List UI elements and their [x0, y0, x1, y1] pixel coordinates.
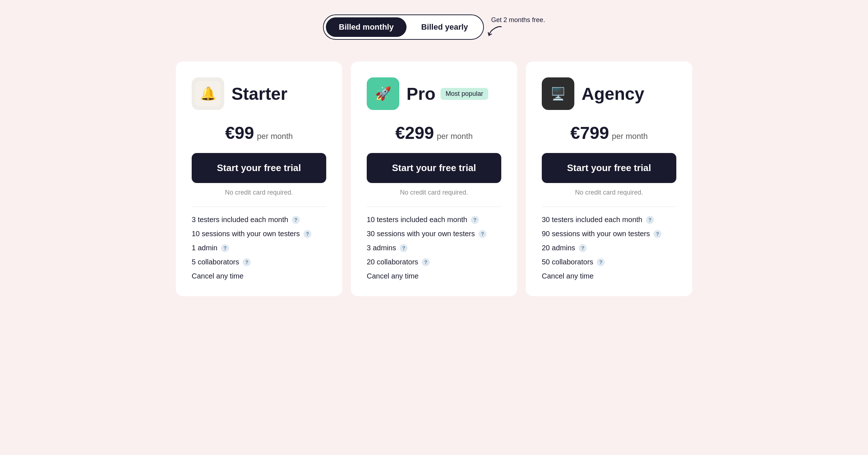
features-list: 30 testers included each month ? 90 sess… [542, 216, 676, 280]
feature-item: 10 testers included each month ? [367, 216, 501, 224]
billing-yearly-button[interactable]: Billed yearly [408, 17, 481, 37]
feature-item: Cancel any time [192, 272, 326, 280]
feature-item: 5 collaborators ? [192, 258, 326, 266]
help-icon[interactable]: ? [579, 244, 587, 252]
feature-item: 20 collaborators ? [367, 258, 501, 266]
plan-card-starter: 🔔 Starter €99 per month Start your free … [176, 61, 342, 296]
help-icon[interactable]: ? [478, 230, 486, 238]
help-icon[interactable]: ? [303, 230, 311, 238]
feature-item: Cancel any time [542, 272, 676, 280]
plan-price: €799 per month [542, 123, 676, 143]
feature-text: 90 sessions with your own testers [542, 230, 650, 238]
plan-icon-starter: 🔔 [192, 77, 224, 110]
plan-card-pro: 🚀 Pro Most popular €299 per month Start … [351, 61, 517, 296]
cancel-note: Cancel any time [542, 272, 593, 280]
feature-item: 90 sessions with your own testers ? [542, 230, 676, 238]
divider [367, 207, 501, 207]
no-cc-text: No credit card required. [192, 189, 326, 196]
feature-item: 3 testers included each month ? [192, 216, 326, 224]
plan-price: €299 per month [367, 123, 501, 143]
feature-item: 50 collaborators ? [542, 258, 676, 266]
plan-icon-agency: 🖥️ [542, 77, 574, 110]
price-period: per month [257, 132, 293, 141]
feature-text: 20 collaborators [367, 258, 418, 266]
plan-price: €99 per month [192, 123, 326, 143]
plan-name: Pro [407, 84, 435, 104]
plans-container: 🔔 Starter €99 per month Start your free … [163, 61, 705, 296]
feature-text: 20 admins [542, 244, 575, 252]
help-icon[interactable]: ? [292, 216, 300, 224]
plan-header: 🚀 Pro Most popular [367, 77, 501, 110]
cta-button-agency[interactable]: Start your free trial [542, 153, 676, 183]
cta-button-pro[interactable]: Start your free trial [367, 153, 501, 183]
feature-text: 1 admin [192, 244, 217, 252]
no-cc-text: No credit card required. [542, 189, 676, 196]
feature-text: 30 sessions with your own testers [367, 230, 475, 238]
feature-text: 30 testers included each month [542, 216, 642, 224]
plan-title-row: Starter [231, 84, 288, 104]
feature-text: 50 collaborators [542, 258, 593, 266]
divider [542, 207, 676, 207]
no-cc-text: No credit card required. [367, 189, 501, 196]
plan-card-agency: 🖥️ Agency €799 per month Start your free… [526, 61, 692, 296]
feature-text: 10 testers included each month [367, 216, 467, 224]
feature-item: 20 admins ? [542, 244, 676, 252]
billing-monthly-button[interactable]: Billed monthly [326, 17, 407, 37]
plan-icon-pro: 🚀 [367, 77, 399, 110]
divider [192, 207, 326, 207]
help-icon[interactable]: ? [400, 244, 408, 252]
plan-title-row: Pro Most popular [407, 84, 488, 104]
feature-text: 3 testers included each month [192, 216, 288, 224]
price-amount: €299 [395, 123, 434, 143]
help-icon[interactable]: ? [654, 230, 661, 238]
feature-text: 10 sessions with your own testers [192, 230, 300, 238]
features-list: 3 testers included each month ? 10 sessi… [192, 216, 326, 280]
feature-text: 5 collaborators [192, 258, 239, 266]
feature-item: 1 admin ? [192, 244, 326, 252]
curved-arrow-icon [488, 25, 503, 38]
price-amount: €799 [570, 123, 609, 143]
price-amount: €99 [225, 123, 254, 143]
popular-badge: Most popular [441, 88, 488, 100]
plan-header: 🖥️ Agency [542, 77, 676, 110]
free-months-note: Get 2 months free. [491, 16, 545, 38]
features-list: 10 testers included each month ? 30 sess… [367, 216, 501, 280]
feature-item: 3 admins ? [367, 244, 501, 252]
feature-text: 3 admins [367, 244, 396, 252]
billing-toggle-area: Billed monthly Billed yearly Get 2 month… [323, 14, 545, 40]
free-months-text: Get 2 months free. [491, 16, 545, 24]
help-icon[interactable]: ? [471, 216, 479, 224]
cancel-note: Cancel any time [192, 272, 243, 280]
price-period: per month [612, 132, 648, 141]
price-period: per month [437, 132, 473, 141]
plan-name: Agency [582, 84, 644, 104]
cta-button-starter[interactable]: Start your free trial [192, 153, 326, 183]
plan-title-row: Agency [582, 84, 644, 104]
feature-item: 30 testers included each month ? [542, 216, 676, 224]
feature-item: 30 sessions with your own testers ? [367, 230, 501, 238]
feature-item: 10 sessions with your own testers ? [192, 230, 326, 238]
plan-header: 🔔 Starter [192, 77, 326, 110]
help-icon[interactable]: ? [221, 244, 229, 252]
cancel-note: Cancel any time [367, 272, 418, 280]
billing-toggle: Billed monthly Billed yearly [323, 14, 484, 40]
help-icon[interactable]: ? [646, 216, 654, 224]
feature-item: Cancel any time [367, 272, 501, 280]
help-icon[interactable]: ? [243, 258, 251, 266]
plan-name: Starter [231, 84, 288, 104]
help-icon[interactable]: ? [422, 258, 430, 266]
help-icon[interactable]: ? [597, 258, 605, 266]
